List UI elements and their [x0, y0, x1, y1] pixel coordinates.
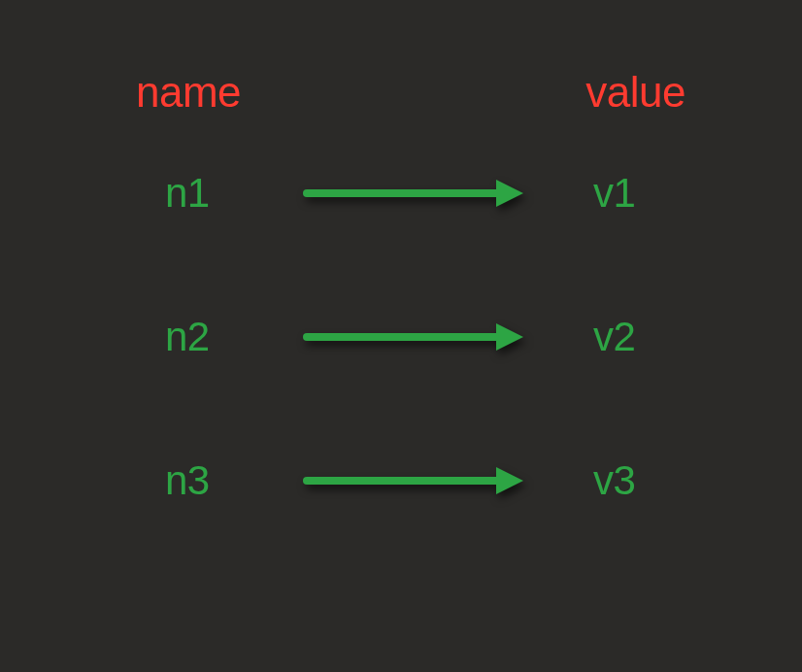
svg-marker-3 — [496, 323, 523, 351]
svg-marker-5 — [496, 467, 523, 494]
name-cell: n1 — [165, 170, 233, 217]
arrow-right-icon — [233, 461, 593, 500]
svg-marker-1 — [496, 180, 523, 207]
arrow-right-icon — [233, 318, 593, 356]
name-cell: n2 — [165, 314, 233, 360]
header-row: name value — [87, 68, 715, 117]
value-cell: v1 — [593, 170, 661, 217]
header-name-label: name — [136, 68, 241, 117]
header-value-label: value — [585, 68, 685, 117]
arrow-right-icon — [233, 174, 593, 213]
mapping-row: n3 v3 — [87, 457, 715, 504]
mapping-row: n2 v2 — [87, 314, 715, 360]
name-cell: n3 — [165, 457, 233, 504]
value-cell: v3 — [593, 457, 661, 504]
value-cell: v2 — [593, 314, 661, 360]
diagram-container: name value n1 v1 n2 v2 n3 — [0, 0, 802, 672]
mapping-row: n1 v1 — [87, 170, 715, 217]
